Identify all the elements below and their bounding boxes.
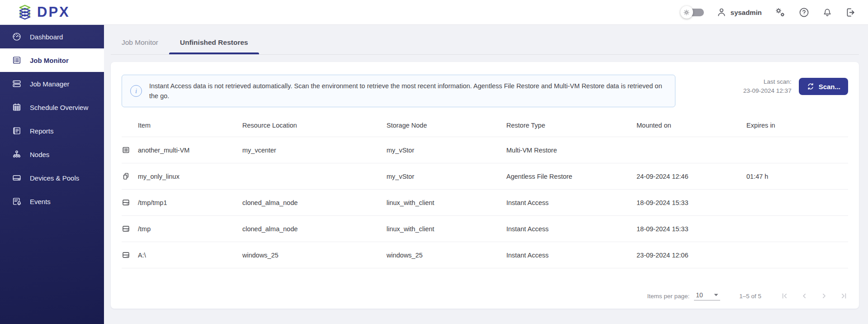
column-header-item: Item [138,122,242,129]
scan-button[interactable]: Scan... [799,78,848,95]
drive-icon [122,198,138,207]
sidebar-item-schedule-overview[interactable]: Schedule Overview [0,95,104,119]
tab-job-monitor[interactable]: Job Monitor [111,25,169,54]
person-icon [716,7,727,18]
items-per-page-label: Items per page: [647,293,689,300]
cell-item: another_multi-VM [138,147,242,154]
pagination-range: 1–5 of 5 [739,293,761,300]
unfinished-restores-panel: i Instant Access data is not retrieved a… [111,62,859,309]
sidebar-item-job-monitor[interactable]: Job Monitor [0,48,104,72]
last-scan: Last scan: 23-09-2024 12:37 [743,77,792,95]
toggle-knob-gear-icon [680,6,693,19]
last-scan-label: Last scan: [743,77,792,86]
restores-table: Item Resource Location Storage Node Rest… [122,114,848,268]
user-menu[interactable]: sysadmin [716,7,762,18]
table-row[interactable]: another_multi-VM my_vcenter my_vStor Mul… [122,137,848,163]
refresh-icon [807,82,815,91]
prev-page-icon[interactable] [800,292,808,300]
items-per-page: Items per page: 10 [647,291,720,300]
info-banner-text: Instant Access data is not retrieved aut… [149,81,667,101]
next-page-icon[interactable] [820,292,828,300]
column-header-expires-in: Expires in [746,122,848,129]
cell-resource-location: my_vcenter [242,147,387,154]
reports-icon [12,126,22,136]
agentless-file-icon [122,172,138,181]
tab-label: Job Monitor [122,38,158,47]
app-logo: DPX [17,4,70,20]
tab-bar: Job Monitor Unfinished Restores [111,25,859,55]
cell-storage-node: linux_with_client [387,199,506,206]
pagination-bar: Items per page: 10 1–5 of 5 [647,291,848,300]
cell-restore-type: Instant Access [506,252,637,259]
table-header-row: Item Resource Location Storage Node Rest… [122,114,848,137]
cell-storage-node: windows_25 [387,252,506,259]
cell-expires-in: 01:47 h [746,173,848,180]
tab-unfinished-restores[interactable]: Unfinished Restores [169,25,259,54]
chevron-down-icon [714,294,718,296]
sidebar-item-job-manager[interactable]: Job Manager [0,72,104,95]
items-per-page-value: 10 [696,291,703,299]
info-banner: i Instant Access data is not retrieved a… [122,75,675,107]
cell-mounted-on: 24-09-2024 12:46 [637,173,746,180]
sidebar-item-dashboard[interactable]: Dashboard [0,25,104,48]
cell-mounted-on: 18-09-2024 15:33 [637,225,746,233]
cell-item: /tmp [138,225,242,233]
drive-icon [122,251,138,259]
items-per-page-select[interactable]: 10 [694,291,720,300]
sidebar-item-events[interactable]: Events [0,190,104,213]
logo-text: DPX [37,4,70,20]
notifications-bell-icon[interactable] [822,7,833,18]
cell-resource-location: cloned_alma_node [242,199,387,206]
cell-restore-type: Agentless File Restore [506,173,637,180]
sidebar-item-label: Reports [30,127,54,135]
cell-storage-node: my_vStor [387,147,506,154]
settings-theme-toggle[interactable] [680,7,704,17]
column-header-resource-location: Resource Location [242,122,387,129]
column-header-storage-node: Storage Node [387,122,506,129]
cell-restore-type: Multi-VM Restore [506,147,637,154]
main-content: Job Monitor Unfinished Restores i Instan… [104,25,868,324]
last-scan-value: 23-09-2024 12:37 [743,86,792,95]
cell-mounted-on: 18-09-2024 15:33 [637,199,746,206]
cell-restore-type: Instant Access [506,225,637,233]
dashboard-icon [12,32,22,42]
table-row[interactable]: /tmp/tmp1 cloned_alma_node linux_with_cl… [122,190,848,216]
sidebar-item-nodes[interactable]: Nodes [0,143,104,166]
cell-item: A:\ [138,252,242,259]
drive-icon [122,224,138,233]
cell-restore-type: Instant Access [506,199,637,206]
last-page-icon[interactable] [840,292,848,300]
sidebar-item-label: Nodes [30,151,49,158]
column-header-restore-type: Restore Type [506,122,637,129]
table-row[interactable]: A:\ windows_25 windows_25 Instant Access… [122,242,848,268]
devices-icon [12,173,22,183]
schedule-icon [12,102,22,112]
sidebar-item-label: Devices & Pools [30,174,79,182]
cell-item: /tmp/tmp1 [138,199,242,206]
scan-controls: Last scan: 23-09-2024 12:37 Scan... [743,75,848,95]
logout-icon[interactable] [845,7,856,18]
sidebar-item-reports[interactable]: Reports [0,119,104,143]
job-manager-icon [12,79,22,89]
cell-resource-location: cloned_alma_node [242,225,387,233]
cell-item: my_only_linux [138,173,242,180]
cell-mounted-on: 23-09-2024 12:06 [637,252,746,259]
multi-vm-icon [122,146,138,154]
panel-header: i Instant Access data is not retrieved a… [122,75,848,107]
sidebar-item-devices-pools[interactable]: Devices & Pools [0,166,104,190]
job-monitor-icon [12,55,22,65]
settings-icon[interactable] [774,6,786,19]
table-row[interactable]: my_only_linux my_vStor Agentless File Re… [122,163,848,190]
user-name: sysadmin [731,9,762,16]
info-icon: i [130,85,142,97]
pager-buttons [780,292,848,300]
sidebar-item-label: Job Manager [30,80,70,88]
help-icon[interactable] [798,7,810,18]
cell-resource-location: windows_25 [242,252,387,259]
nodes-icon [12,149,22,159]
first-page-icon[interactable] [780,292,788,300]
top-right-actions: sysadmin [680,6,856,19]
cell-storage-node: linux_with_client [387,225,506,233]
table-row[interactable]: /tmp cloned_alma_node linux_with_client … [122,216,848,242]
column-header-mounted-on: Mounted on [637,122,746,129]
